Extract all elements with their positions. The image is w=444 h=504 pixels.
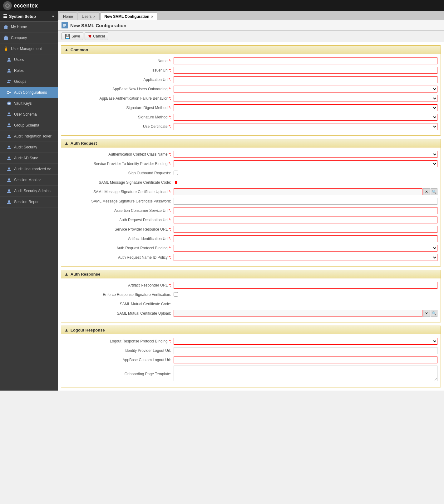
issuer-required: *: bbox=[169, 68, 171, 72]
appbase-auth-failure-select[interactable] bbox=[174, 95, 437, 102]
vault-icon bbox=[6, 101, 12, 106]
idp-logout-input[interactable] bbox=[174, 347, 437, 354]
artifact-responder-input[interactable] bbox=[174, 282, 437, 289]
saml-mutual-cert-upload-label: SAML Mutual Certificate Upload: bbox=[64, 311, 174, 316]
cancel-button[interactable]: ✖ Cancel bbox=[85, 32, 108, 40]
name-input[interactable] bbox=[174, 57, 437, 64]
app-url-required: *: bbox=[169, 77, 171, 82]
auth-req-dest-input[interactable] bbox=[174, 217, 437, 223]
sign-outbound-checkbox[interactable] bbox=[174, 171, 178, 175]
auth-context-row: Authentication Context Class Name *: bbox=[64, 151, 437, 158]
sidebar-item-my-home[interactable]: My Home bbox=[0, 22, 58, 32]
saml-cert-pwd-label: SAML Message Signature Certificate Passw… bbox=[64, 199, 174, 203]
app-logo: eccentex bbox=[3, 1, 38, 10]
auth-context-required: *: bbox=[169, 152, 171, 157]
sidebar-item-audit-integration-token[interactable]: Audit Integration Toker bbox=[0, 131, 58, 142]
sign-outbound-label: Sign Outbound Requests: bbox=[64, 171, 174, 175]
sidebar-item-user-schema[interactable]: User Schema bbox=[0, 109, 58, 120]
appbase-logout-input[interactable] bbox=[174, 357, 437, 363]
auth-req-dest-label: Auth Request Destination Url *: bbox=[64, 218, 174, 222]
issuer-url-input[interactable] bbox=[174, 67, 437, 74]
artifact-id-input[interactable] bbox=[174, 235, 437, 242]
sidebar-collapse-icon[interactable]: ▼ bbox=[52, 15, 55, 18]
svg-point-9 bbox=[7, 92, 9, 94]
saml-cert-upload-input[interactable] bbox=[174, 188, 422, 195]
cancel-label: Cancel bbox=[93, 34, 105, 38]
appbase-auth-failure-field bbox=[174, 95, 437, 102]
logout-response-section-header[interactable]: ▲ Logout Response bbox=[61, 326, 441, 334]
sidebar-item-auth-configurations[interactable]: Auth Configurations bbox=[0, 87, 58, 98]
sidebar-item-audit-security[interactable]: Audit Security bbox=[0, 142, 58, 153]
top-bar: eccentex bbox=[0, 0, 444, 11]
enforce-response-sig-checkbox[interactable] bbox=[174, 292, 178, 297]
tab-users-close-icon[interactable]: ✕ bbox=[93, 15, 96, 18]
auth-response-section-header[interactable]: ▲ Auth Response bbox=[61, 270, 441, 278]
sidebar-label-session-report: Session Report bbox=[14, 200, 40, 204]
saml-cert-pwd-input[interactable] bbox=[174, 198, 437, 205]
sidebar-item-group-schema[interactable]: Group Schema bbox=[0, 120, 58, 131]
enforce-response-sig-field bbox=[174, 292, 437, 297]
saml-mutual-cert-code-row: SAML Mutual Certificate Code: bbox=[64, 300, 437, 308]
sidebar-item-session-report[interactable]: Session Report bbox=[0, 197, 58, 207]
sidebar-item-vault-keys[interactable]: Vault Keys bbox=[0, 98, 58, 109]
sig-method-field bbox=[174, 114, 437, 121]
auth-failure-required: *: bbox=[169, 96, 171, 101]
tab-new-saml[interactable]: New SAML Configuration ✕ bbox=[100, 12, 157, 20]
audit-ad-sync-icon bbox=[6, 155, 12, 161]
sidebar-item-audit-unauthorized[interactable]: Audit Unauthorized Ac bbox=[0, 164, 58, 175]
saml-mutual-cert-upload-input[interactable] bbox=[174, 310, 422, 317]
audit-security-admins-icon bbox=[6, 188, 12, 194]
page-title-icon bbox=[62, 22, 68, 28]
name-row: Name *: bbox=[64, 57, 437, 65]
auth-protocol-select[interactable] bbox=[174, 245, 437, 252]
sidebar-title: System Setup bbox=[9, 14, 36, 19]
sidebar-item-user-management[interactable]: User Management bbox=[0, 43, 58, 54]
sidebar-item-users[interactable]: Users bbox=[0, 54, 58, 65]
common-section-header[interactable]: ▲ Common bbox=[61, 46, 441, 54]
auth-name-id-required: *: bbox=[169, 255, 171, 260]
sig-digest-label: Signature Digest Method *: bbox=[64, 106, 174, 110]
application-url-row: Application Url *: bbox=[64, 76, 437, 83]
sp-idp-binding-select[interactable] bbox=[174, 160, 437, 167]
saml-msg-cert-upload-label: SAML Message Signature Certificate Uploa… bbox=[64, 190, 174, 194]
auth-context-select[interactable] bbox=[174, 151, 437, 158]
save-button[interactable]: 💾 Save bbox=[62, 32, 83, 40]
sidebar-label-roles: Roles bbox=[14, 68, 24, 73]
use-cert-select[interactable] bbox=[174, 123, 437, 130]
hamburger-icon[interactable]: ☰ bbox=[3, 14, 7, 19]
saml-cert-search-icon[interactable]: 🔍 bbox=[431, 188, 437, 195]
sidebar-item-company[interactable]: Company bbox=[0, 32, 58, 43]
sp-resource-row: Service Provider Resource URL *: bbox=[64, 226, 437, 233]
auth-context-field bbox=[174, 151, 437, 158]
idp-logout-label: Identity Provider Logout Url: bbox=[64, 348, 174, 353]
saml-cert-clear-icon[interactable]: ✕ bbox=[423, 188, 430, 195]
sp-idp-binding-field bbox=[174, 160, 437, 167]
logout-protocol-select[interactable] bbox=[174, 338, 437, 345]
sig-method-row: Signature Method *: bbox=[64, 113, 437, 121]
sidebar-item-roles[interactable]: Roles bbox=[0, 65, 58, 76]
sp-resource-input[interactable] bbox=[174, 226, 437, 233]
sidebar-item-session-monitor[interactable]: Session Monitor bbox=[0, 175, 58, 186]
auth-response-toggle-icon: ▲ bbox=[64, 272, 69, 277]
cancel-icon: ✖ bbox=[88, 34, 92, 39]
application-url-input[interactable] bbox=[174, 76, 437, 83]
auth-request-section-header[interactable]: ▲ Auth Request bbox=[61, 139, 441, 147]
sig-digest-select[interactable] bbox=[174, 104, 437, 111]
tab-new-saml-close-icon[interactable]: ✕ bbox=[151, 15, 153, 18]
auth-response-section-title: Auth Response bbox=[71, 272, 100, 277]
onboarding-template-textarea[interactable] bbox=[174, 366, 437, 381]
svg-point-22 bbox=[8, 189, 10, 191]
assertion-consumer-input[interactable] bbox=[174, 207, 437, 214]
saml-mutual-cert-clear-icon[interactable]: ✕ bbox=[423, 310, 430, 317]
tab-users[interactable]: Users ✕ bbox=[78, 12, 100, 20]
artifact-responder-required: *: bbox=[169, 283, 171, 287]
sidebar-item-audit-ad-sync[interactable]: Audit AD Sync bbox=[0, 153, 58, 164]
auth-name-id-select[interactable] bbox=[174, 254, 437, 261]
sidebar-label-audit-integration-token: Audit Integration Toker bbox=[14, 134, 52, 138]
saml-mutual-cert-search-icon[interactable]: 🔍 bbox=[431, 310, 437, 317]
appbase-new-users-select[interactable] bbox=[174, 86, 437, 92]
tab-home[interactable]: Home bbox=[59, 12, 77, 20]
sig-method-select[interactable] bbox=[174, 114, 437, 121]
sidebar-item-audit-security-admins[interactable]: Audit Security Admins bbox=[0, 186, 58, 197]
sidebar-item-groups[interactable]: Groups bbox=[0, 76, 58, 87]
